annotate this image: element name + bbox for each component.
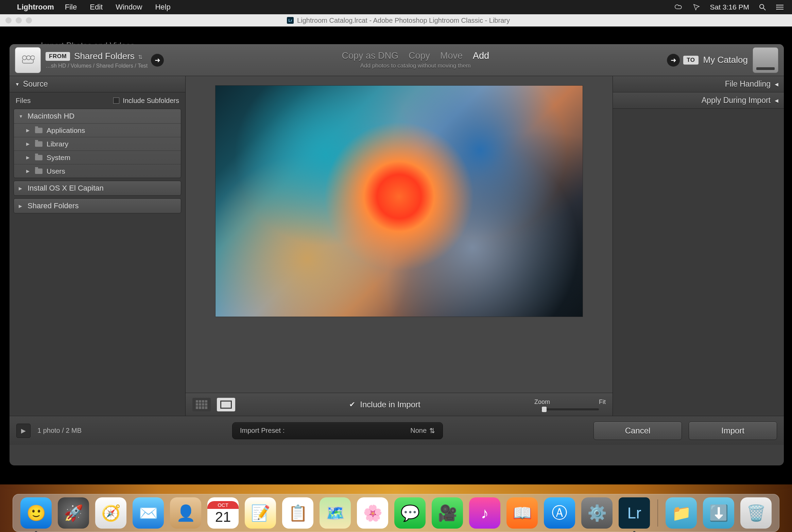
folder-icon	[35, 128, 42, 133]
loupe-view-button[interactable]	[217, 398, 235, 411]
svg-point-5	[776, 4, 777, 5]
volume-label: Macintosh HD	[28, 112, 74, 121]
dock-trash-icon[interactable]: 🗑️	[740, 497, 772, 529]
mode-move[interactable]: Move	[440, 51, 463, 61]
dock-safari-icon[interactable]: 🧭	[95, 497, 126, 529]
right-panel: File Handling ◀ Apply During Import ◀	[613, 76, 784, 416]
dock-downloads-folder-icon[interactable]: ⬇️	[703, 497, 734, 529]
import-mode-tabs: Copy as DNG Copy Move Add	[342, 51, 489, 61]
import-preset-label: Import Preset :	[240, 427, 285, 435]
disclosure-right-icon: ▶	[26, 141, 31, 146]
mode-copy-as-dng[interactable]: Copy as DNG	[342, 51, 398, 61]
checkmark-icon: ✔	[349, 400, 355, 409]
zoom-track[interactable]	[541, 408, 599, 410]
disclosure-right-icon: ▶	[19, 203, 23, 209]
zoom-slider[interactable]: Zoom Fit	[534, 398, 606, 410]
dock-notes-icon[interactable]: 📝	[245, 497, 276, 529]
file-handling-panel-header[interactable]: File Handling ◀	[613, 76, 784, 92]
expand-minimal-button[interactable]: ▶	[16, 424, 31, 438]
cancel-button[interactable]: Cancel	[593, 422, 682, 440]
menu-window[interactable]: Window	[116, 3, 142, 12]
volume-install-osx[interactable]: ▶Install OS X El Capitan	[14, 181, 181, 196]
photo-thumbnail[interactable]	[216, 86, 583, 317]
dock-lightroom-icon[interactable]: Lr	[619, 497, 650, 529]
volume-label: Shared Folders	[28, 201, 79, 210]
files-label: Files	[16, 96, 31, 105]
dock-reminders-icon[interactable]: 📋	[282, 497, 313, 529]
destination-drive-icon[interactable]	[753, 47, 778, 73]
source-title: Shared Folders	[74, 51, 135, 61]
creative-cloud-icon[interactable]	[674, 3, 683, 12]
disclosure-left-icon: ◀	[775, 82, 778, 87]
zoom-window-button[interactable]	[26, 17, 32, 23]
folder-label: Library	[47, 140, 68, 148]
import-preset-value: None	[410, 427, 427, 435]
include-in-import-toggle[interactable]: ✔ Include in Import	[241, 400, 528, 409]
dock-region: 🙂 🚀 🧭 ✉️ 👤 OCT21 📝 📋 🗺️ 🌸 💬 🎥 ♪ 📖 Ⓐ ⚙️ L…	[0, 488, 792, 532]
folder-applications[interactable]: ▶Applications	[14, 123, 181, 137]
volume-row[interactable]: ▼ Macintosh HD	[14, 109, 181, 123]
dock-finder-icon[interactable]: 🙂	[20, 497, 52, 529]
volume-shared-folders[interactable]: ▶Shared Folders	[14, 198, 181, 213]
include-in-import-label: Include in Import	[360, 400, 420, 409]
dock-system-preferences-icon[interactable]: ⚙️	[581, 497, 613, 529]
dock-maps-icon[interactable]: 🗺️	[320, 497, 351, 529]
import-preset-select[interactable]: Import Preset : None⇅	[232, 422, 443, 439]
dock-contacts-icon[interactable]: 👤	[170, 497, 201, 529]
lightroom-doc-icon: Lr	[287, 17, 294, 24]
mode-add[interactable]: Add	[473, 51, 489, 61]
disclosure-right-icon: ▶	[26, 169, 31, 174]
svg-point-6	[776, 6, 777, 7]
source-drive-icon[interactable]	[15, 47, 41, 73]
menu-edit[interactable]: Edit	[90, 3, 103, 12]
macos-dock: 🙂 🚀 🧭 ✉️ 👤 OCT21 📝 📋 🗺️ 🌸 💬 🎥 ♪ 📖 Ⓐ ⚙️ L…	[13, 494, 779, 532]
grid-view-button[interactable]	[192, 398, 211, 411]
dock-appstore-icon[interactable]: Ⓐ	[544, 497, 575, 529]
close-window-button[interactable]	[5, 17, 12, 23]
svg-point-10	[31, 56, 35, 60]
import-button[interactable]: Import	[689, 422, 777, 440]
folder-users[interactable]: ▶Users	[14, 164, 181, 178]
fit-label: Fit	[599, 398, 606, 406]
dock-applications-folder-icon[interactable]: 📁	[666, 497, 697, 529]
file-handling-title: File Handling	[725, 79, 771, 89]
dock-launchpad-icon[interactable]: 🚀	[58, 497, 89, 529]
apply-during-import-title: Apply During Import	[702, 96, 771, 105]
dock-separator	[657, 499, 658, 527]
notification-center-icon[interactable]	[776, 3, 785, 12]
folder-label: System	[47, 154, 70, 162]
svg-point-8	[22, 56, 27, 60]
destination-title[interactable]: My Catalog	[703, 55, 748, 65]
preview-toolbar: ✔ Include in Import Zoom Fit	[186, 393, 613, 416]
menu-file[interactable]: File	[65, 3, 77, 12]
folder-system[interactable]: ▶System	[14, 150, 181, 164]
menubar-clock[interactable]: Sat 3:16 PM	[710, 3, 749, 11]
dialog-bottom-bar: ▶ 1 photo / 2 MB Import Preset : None⇅ C…	[10, 416, 784, 445]
window-titlebar: Lr Lightroom Catalog.lrcat - Adobe Photo…	[0, 14, 792, 26]
app-name[interactable]: Lightroom	[17, 3, 54, 12]
mode-copy[interactable]: Copy	[409, 51, 430, 61]
minimize-window-button[interactable]	[16, 17, 22, 23]
disclosure-down-icon: ▼	[19, 114, 23, 119]
spotlight-search-icon[interactable]	[758, 3, 767, 12]
source-picker[interactable]: Shared Folders ⇅	[74, 51, 142, 61]
source-panel-header[interactable]: ▼ Source	[10, 76, 185, 92]
folder-library[interactable]: ▶Library	[14, 137, 181, 150]
dock-calendar-icon[interactable]: OCT21	[207, 497, 239, 529]
dock-ibooks-icon[interactable]: 📖	[506, 497, 538, 529]
chevron-updown-icon: ⇅	[429, 427, 435, 435]
to-arrow-icon: ➜	[667, 54, 680, 67]
dock-facetime-icon[interactable]: 🎥	[432, 497, 463, 529]
dock-messages-icon[interactable]: 💬	[394, 497, 426, 529]
apply-during-import-panel-header[interactable]: Apply During Import ◀	[613, 92, 784, 109]
dock-itunes-icon[interactable]: ♪	[469, 497, 500, 529]
macos-menubar: Lightroom File Edit Window Help Sat 3:16…	[0, 0, 792, 14]
disclosure-right-icon: ▶	[26, 128, 31, 133]
status-cursor-icon[interactable]	[692, 3, 701, 12]
folder-label: Applications	[47, 126, 85, 135]
dock-photos-icon[interactable]: 🌸	[357, 497, 388, 529]
menu-help[interactable]: Help	[155, 3, 170, 12]
dock-mail-icon[interactable]: ✉️	[133, 497, 164, 529]
to-badge: TO	[683, 56, 698, 65]
include-subfolders-toggle[interactable]: Include Subfolders	[113, 97, 179, 105]
